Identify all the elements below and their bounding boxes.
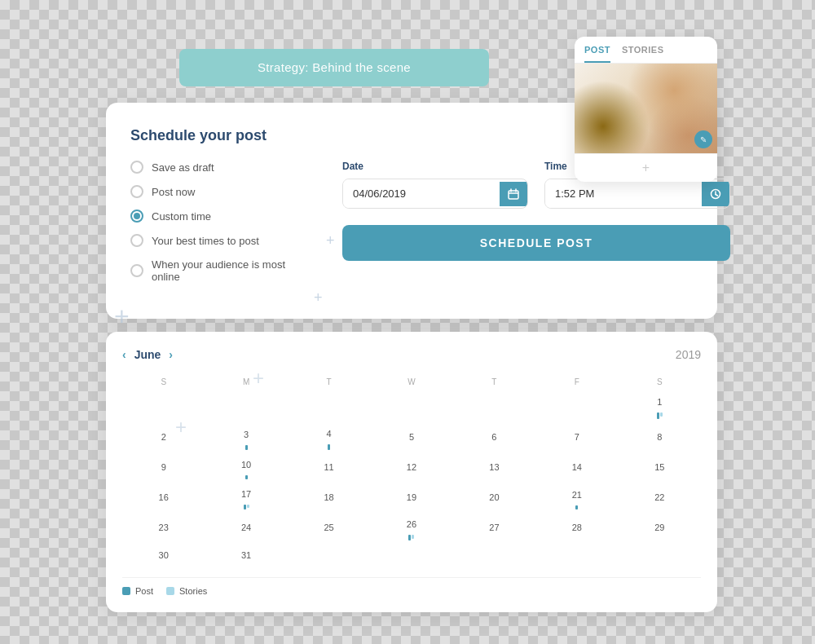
calendar-cell[interactable]: 22 <box>619 482 701 512</box>
clock-icon-btn[interactable] <box>702 182 729 206</box>
bg-plus-icon-3: + <box>175 416 187 439</box>
main-container: POST STORIES ✎ + Strategy: Behind the sc… <box>106 49 717 612</box>
option-custom-time[interactable]: Custom time <box>130 210 310 223</box>
radio-custom-time[interactable] <box>130 210 143 223</box>
next-month-button[interactable]: › <box>169 348 173 361</box>
legend-label-stories: Stories <box>179 586 207 596</box>
legend-post: Post <box>122 586 153 596</box>
label-custom-time: Custom time <box>152 210 211 223</box>
calendar-cell[interactable]: 21 <box>535 482 618 512</box>
bg-plus-icon-5: + <box>314 289 323 307</box>
calendar-cell <box>453 543 535 567</box>
bg-plus-icon-1: + <box>114 302 130 332</box>
date-label: Date <box>342 161 528 172</box>
calendar-nav: ‹ June › <box>122 348 173 361</box>
schedule-post-button[interactable]: SCHEDULE POST <box>342 225 730 261</box>
calendar-cell[interactable]: 27 <box>453 512 535 543</box>
date-field-group: Date <box>342 161 528 209</box>
post-card-image: ✎ <box>575 64 717 153</box>
calendar-cell[interactable]: 24 <box>205 512 287 543</box>
calendar-cell[interactable]: 19 <box>370 482 452 512</box>
calendar-cell[interactable]: 3 <box>205 421 287 452</box>
calendar-cell[interactable]: 16 <box>122 482 205 512</box>
legend-dot-post <box>122 587 130 595</box>
legend-dot-stories <box>166 587 174 595</box>
calendar-cell <box>205 390 287 421</box>
calendar-month: June <box>134 348 161 361</box>
calendar-header: ‹ June › 2019 <box>122 348 701 361</box>
calendar-cell <box>122 390 205 421</box>
legend-label-post: Post <box>135 586 153 596</box>
calendar-cell <box>453 390 535 421</box>
schedule-options: Save as draft Post now Custom time Your … <box>130 161 310 294</box>
label-audience-online: When your audience is most online <box>152 258 310 283</box>
calendar-cell[interactable]: 28 <box>535 512 618 543</box>
bg-plus-icon-4: + <box>326 232 335 249</box>
calendar-card: ‹ June › 2019 SMTWTFS 123456789101112131… <box>106 332 717 612</box>
calendar-cell[interactable]: 7 <box>535 421 618 452</box>
svg-line-6 <box>716 194 718 196</box>
strategy-banner-text: Strategy: Behind the scene <box>258 60 411 74</box>
calendar-cell[interactable]: 29 <box>619 512 701 543</box>
option-post-now[interactable]: Post now <box>130 185 310 198</box>
label-save-draft: Save as draft <box>152 161 214 174</box>
tab-post[interactable]: POST <box>584 45 610 63</box>
calendar-cell <box>370 390 452 421</box>
date-input[interactable] <box>343 179 500 208</box>
calendar-cell[interactable]: 25 <box>288 512 370 543</box>
calendar-cell[interactable]: 31 <box>205 543 287 567</box>
calendar-icon-btn[interactable] <box>500 182 527 206</box>
calendar-cell[interactable]: 30 <box>122 543 205 567</box>
calendar-cell <box>535 543 618 567</box>
radio-post-now[interactable] <box>130 185 143 198</box>
calendar-cell[interactable]: 13 <box>453 452 535 482</box>
calendar-cell[interactable]: 4 <box>288 421 370 452</box>
edit-icon[interactable]: ✎ <box>694 130 712 148</box>
calendar-cell[interactable]: 14 <box>535 452 618 482</box>
time-input-wrapper <box>544 179 730 209</box>
calendar-cell[interactable]: 18 <box>288 482 370 512</box>
option-audience-online[interactable]: When your audience is most online <box>130 258 310 283</box>
strategy-banner: Strategy: Behind the scene <box>179 49 489 86</box>
calendar-cell[interactable]: 6 <box>453 421 535 452</box>
radio-audience-online[interactable] <box>130 264 143 277</box>
calendar-year: 2019 <box>676 348 701 361</box>
calendar-cell[interactable]: 26 <box>370 512 452 543</box>
calendar-cell <box>535 390 618 421</box>
prev-month-button[interactable]: ‹ <box>122 348 126 361</box>
date-input-wrapper <box>342 179 528 209</box>
radio-save-draft[interactable] <box>130 161 143 174</box>
add-media-button[interactable]: + <box>642 161 650 175</box>
calendar-cell[interactable]: 11 <box>288 452 370 482</box>
calendar-cell[interactable]: 20 <box>453 482 535 512</box>
calendar-cell[interactable]: 2 <box>122 421 205 452</box>
calendar-cell <box>619 543 701 567</box>
calendar-cell[interactable]: 23 <box>122 512 205 543</box>
calendar-cell <box>370 543 452 567</box>
calendar-cell[interactable]: 9 <box>122 452 205 482</box>
bg-plus-icon-2: + <box>253 367 264 390</box>
time-input[interactable] <box>545 179 702 208</box>
option-save-draft[interactable]: Save as draft <box>130 161 310 174</box>
calendar-cell[interactable]: 17 <box>205 482 287 512</box>
calendar-grid: SMTWTFS 12345678910111213141516171819202… <box>122 374 701 567</box>
calendar-cell[interactable]: 5 <box>370 421 452 452</box>
calendar-legend: Post Stories <box>122 577 701 596</box>
label-best-times: Your best times to post <box>152 235 259 247</box>
post-card-bottom: + <box>575 153 717 182</box>
svg-rect-0 <box>509 191 518 199</box>
calendar-cell <box>288 390 370 421</box>
calendar-cell[interactable]: 8 <box>619 421 701 452</box>
post-card-tabs: POST STORIES <box>575 37 717 64</box>
tab-stories[interactable]: STORIES <box>622 45 664 63</box>
calendar-cell <box>288 543 370 567</box>
label-post-now: Post now <box>152 186 195 198</box>
legend-stories: Stories <box>166 586 207 596</box>
radio-best-times[interactable] <box>130 234 143 247</box>
calendar-cell[interactable]: 10 <box>205 452 287 482</box>
post-card: POST STORIES ✎ + <box>575 37 717 182</box>
option-best-times[interactable]: Your best times to post <box>130 234 310 247</box>
calendar-cell[interactable]: 15 <box>619 452 701 482</box>
calendar-cell[interactable]: 1 <box>619 390 701 421</box>
calendar-cell[interactable]: 12 <box>370 452 452 482</box>
